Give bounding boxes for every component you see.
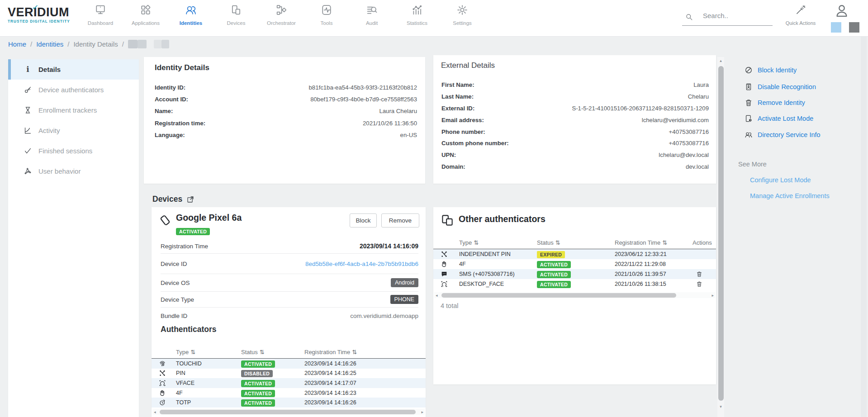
hand-icon (159, 389, 166, 397)
status-badge: ACTIVATED (537, 281, 571, 288)
authenticators-title: Authenticators (161, 325, 216, 334)
nav-item-tools[interactable]: Tools (304, 3, 349, 26)
sidebar-item-device-authenticators[interactable]: Device authenticators (8, 80, 139, 100)
nav-item-applications[interactable]: Applications (123, 3, 168, 26)
detail-row: Name:Laura Chelaru (155, 105, 417, 117)
other-card-hscrollbar: ◂ ▸ (434, 292, 715, 298)
face-icon (159, 379, 166, 387)
authenticator-row: TOUCHIDACTIVATED2023/09/14 14:16:26 (152, 359, 426, 369)
breadcrumb-separator: / (67, 40, 69, 48)
action-activate-lost-mode[interactable]: Activate Lost Mode (744, 113, 813, 124)
brand-tagline: TRUSTED DIGITAL IDENTITY (8, 19, 80, 24)
scroll-right-arrow[interactable]: ▸ (711, 293, 714, 298)
other-authenticators-card: Other authenticators Type⇅Status⇅Registr… (433, 207, 716, 384)
brand-name: VERIDIUM (8, 5, 80, 19)
remove-device-button[interactable]: Remove (381, 213, 419, 227)
trash-icon (744, 98, 753, 107)
pixel-phone-icon (159, 214, 171, 227)
block-icon (744, 66, 753, 75)
theme-swatch-blue (831, 22, 841, 33)
status-badge: ACTIVATED (241, 390, 275, 397)
open-new-icon[interactable] (186, 195, 194, 204)
action-block-identity[interactable]: Block Identity (744, 65, 797, 76)
vscroll-thumb[interactable] (718, 66, 724, 401)
theme-swatch-gray (849, 22, 859, 33)
link-manage-active-enrollments[interactable]: Manage Active Enrollments (750, 192, 830, 201)
column-header-registration-time[interactable]: Registration Time⇅ (304, 349, 350, 355)
scroll-left-arrow[interactable]: ◂ (436, 293, 438, 298)
column-header-status[interactable]: Status⇅ (241, 349, 258, 355)
nav-item-devices[interactable]: Devices (213, 3, 259, 26)
nav-item-orchestrator[interactable]: Orchestrator (259, 3, 304, 26)
column-header-status[interactable]: Status⇅ (537, 239, 554, 246)
nav-item-audit[interactable]: Audit (349, 3, 394, 26)
device-card-hscrollbar: ◂ ▸ (152, 409, 425, 415)
hand-icon (441, 261, 448, 268)
type-badge: PHONE (390, 295, 418, 304)
sidebar-item-user-behavior[interactable]: User behavior (8, 161, 139, 181)
key-icon (24, 85, 32, 94)
main-nav: DashboardApplicationsIdentitiesDevicesOr… (78, 3, 485, 26)
block-device-button[interactable]: Block (350, 213, 377, 227)
action-directory-service-info[interactable]: Directory Service Info (744, 129, 821, 140)
action-remove-identity[interactable]: Remove Identity (744, 97, 805, 108)
breadcrumb: Home/Identities/Identity Details/ (8, 40, 169, 48)
trash-icon[interactable] (696, 270, 703, 278)
device-info-row: Bundle IDcom.veridiumid.demoapp (161, 308, 418, 324)
sidebar-item-enrollment-trackers[interactable]: Enrollment trackers (8, 100, 139, 120)
scroll-down-arrow[interactable]: ▾ (717, 404, 724, 409)
idcard-icon (744, 82, 753, 91)
nav-item-identities[interactable]: Identities (168, 3, 213, 26)
action-disable-recognition[interactable]: Disable Recognition (744, 81, 816, 92)
breadcrumb-item-identity-details: Identity Details (73, 40, 118, 48)
behavior-icon (24, 167, 32, 175)
breadcrumb-separator: / (122, 40, 124, 48)
search-input[interactable] (702, 11, 772, 20)
devices-section-title: Devices (152, 194, 182, 204)
hscroll-thumb[interactable] (441, 293, 676, 298)
nav-item-statistics[interactable]: Statistics (394, 3, 440, 26)
brand-check-icon: ✓ (32, 2, 39, 12)
authenticator-row: SMS (+40753087716)ACTIVATED2021/10/26 11… (433, 269, 716, 279)
sidebar-item-activity[interactable]: Activity (8, 120, 139, 141)
sidebar-item-finished-sessions[interactable]: Finished sessions (8, 141, 139, 161)
authenticator-row: PINDISABLED2023/09/14 14:16:25 (152, 369, 426, 379)
main-vscrollbar: ▴ ▾ (717, 57, 724, 417)
scroll-left-arrow[interactable]: ◂ (154, 410, 156, 414)
authenticator-row: INDEPENDENT PINEXPIRED2023/06/12 12:33:2… (433, 249, 716, 259)
redacted-name-block (154, 40, 161, 48)
column-header-type[interactable]: Type⇅ (459, 239, 472, 246)
other-authenticators-title: Other authenticators (459, 214, 545, 224)
device-id-link[interactable]: 8ed5b58e-ef6f-4acb-a14e-2b7b5b91bdb6 (305, 261, 418, 267)
quick-actions-button[interactable]: Quick Actions (783, 4, 818, 26)
column-header-type[interactable]: Type⇅ (176, 349, 189, 355)
authenticators-table-header: Type⇅Status⇅Registration Time⇅ (152, 346, 426, 359)
device-name: Google Pixel 6a (176, 213, 242, 223)
sidebar-item-details[interactable]: iDetails (8, 59, 139, 80)
column-header-registration-time[interactable]: Registration Time⇅ (615, 239, 660, 246)
hscroll-thumb[interactable] (160, 410, 416, 414)
detail-row: Last Name:Chelaru (441, 91, 709, 103)
breadcrumb-item-identities[interactable]: Identities (36, 40, 63, 48)
trash-icon[interactable] (696, 280, 703, 288)
detail-row: Email address:lchelaru@veridiumid.com (441, 114, 709, 126)
nav-item-settings[interactable]: Settings (440, 3, 485, 26)
breadcrumb-item-home[interactable]: Home (8, 40, 26, 48)
other-authenticators-table: INDEPENDENT PINEXPIRED2023/06/12 12:33:2… (433, 249, 716, 289)
pattern-pin-icon (159, 370, 166, 377)
column-header-actions[interactable]: Actions (693, 239, 712, 246)
total-count: 4 total (441, 302, 459, 309)
sort-icon: ⇅ (474, 239, 479, 246)
devices-icon (230, 4, 242, 16)
authenticator-row: VFACEACTIVATED2023/09/14 14:17:07 (152, 378, 426, 388)
scroll-right-arrow[interactable]: ▸ (421, 410, 423, 414)
external-details-rows: First Name:LauraLast Name:ChelaruExterna… (441, 79, 709, 172)
pattern-pin-icon (441, 251, 448, 258)
avatar-icon[interactable] (833, 2, 850, 19)
directory-icon (744, 130, 753, 139)
face-icon (441, 280, 448, 288)
scroll-up-arrow[interactable]: ▴ (717, 58, 724, 63)
brand-logo: VERIDIUM ✓ TRUSTED DIGITAL IDENTITY (8, 5, 80, 24)
link-configure-lost-mode[interactable]: Configure Lost Mode (750, 176, 811, 185)
nav-item-dashboard[interactable]: Dashboard (78, 3, 123, 26)
